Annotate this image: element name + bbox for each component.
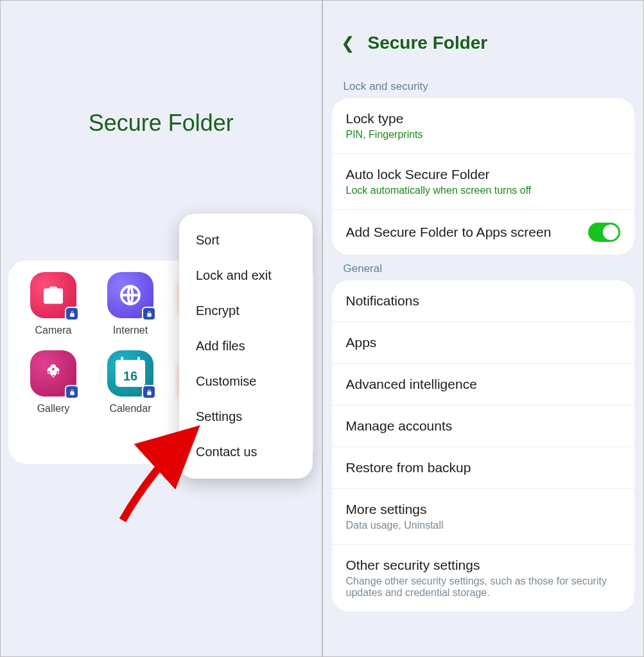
menu-item-sort[interactable]: Sort xyxy=(179,223,313,258)
app-label: Gallery xyxy=(37,403,70,414)
app-label: Calendar xyxy=(110,403,152,414)
app-label: Internet xyxy=(113,325,148,336)
row-apps[interactable]: Apps xyxy=(332,322,635,364)
menu-item-settings[interactable]: Settings xyxy=(179,399,313,434)
app-calendar[interactable]: 16 Calendar xyxy=(92,350,169,414)
row-title: Lock type xyxy=(346,111,621,126)
gallery-icon xyxy=(30,350,76,397)
header: ❮ Secure Folder xyxy=(323,1,644,73)
row-title: Apps xyxy=(346,335,621,350)
page-title: Secure Folder xyxy=(368,33,488,53)
row-title: Add Secure Folder to Apps screen xyxy=(346,225,589,240)
card-lock-security: Lock type PIN, Fingerprints Auto lock Se… xyxy=(332,98,635,255)
lock-badge-icon xyxy=(65,385,79,399)
screen-secure-folder-home: Secure Folder Camera Internet xyxy=(0,0,322,657)
row-add-to-apps-screen[interactable]: Add Secure Folder to Apps screen xyxy=(332,210,635,255)
row-sub: PIN, Fingerprints xyxy=(346,129,621,141)
row-more-settings[interactable]: More settings Data usage, Uninstall xyxy=(332,489,635,545)
card-general: Notifications Apps Advanced intelligence… xyxy=(332,280,635,611)
section-label-lock: Lock and security xyxy=(323,73,644,98)
internet-icon xyxy=(107,272,153,318)
menu-item-customise[interactable]: Customise xyxy=(179,364,313,399)
lock-badge-icon xyxy=(142,307,156,321)
row-title: Notifications xyxy=(346,293,621,309)
row-title: Other security settings xyxy=(346,558,621,573)
row-sub: Change other security settings, such as … xyxy=(346,576,621,599)
row-title: Restore from backup xyxy=(346,460,621,475)
row-restore-backup[interactable]: Restore from backup xyxy=(332,447,635,489)
row-sub: Data usage, Uninstall xyxy=(346,520,621,531)
app-gallery[interactable]: Gallery xyxy=(15,350,92,414)
row-title: Manage accounts xyxy=(346,418,621,434)
row-advanced-intelligence[interactable]: Advanced intelligence xyxy=(332,364,635,405)
toggle-add-to-apps[interactable] xyxy=(588,223,620,242)
row-lock-type[interactable]: Lock type PIN, Fingerprints xyxy=(332,98,635,154)
row-title: More settings xyxy=(346,502,621,517)
menu-item-lock-and-exit[interactable]: Lock and exit xyxy=(179,258,313,293)
calendar-icon: 16 xyxy=(107,350,153,397)
context-menu: Sort Lock and exit Encrypt Add files Cus… xyxy=(179,214,313,479)
lock-badge-icon xyxy=(142,385,156,399)
lock-badge-icon xyxy=(65,307,79,321)
menu-item-encrypt[interactable]: Encrypt xyxy=(179,293,313,328)
row-auto-lock[interactable]: Auto lock Secure Folder Lock automatical… xyxy=(332,154,635,210)
menu-item-contact-us[interactable]: Contact us xyxy=(179,434,313,470)
section-label-general: General xyxy=(323,255,644,280)
camera-icon xyxy=(30,272,76,318)
calendar-day: 16 xyxy=(116,365,145,387)
row-manage-accounts[interactable]: Manage accounts xyxy=(332,405,635,447)
row-sub: Lock automatically when screen turns off xyxy=(346,185,621,196)
app-camera[interactable]: Camera xyxy=(15,272,92,336)
row-notifications[interactable]: Notifications xyxy=(332,280,635,322)
app-internet[interactable]: Internet xyxy=(92,272,169,336)
row-title: Advanced intelligence xyxy=(346,377,621,392)
screen-secure-folder-settings: ❮ Secure Folder Lock and security Lock t… xyxy=(322,0,645,657)
row-other-security-settings[interactable]: Other security settings Change other sec… xyxy=(332,545,635,611)
app-label: Camera xyxy=(35,325,72,336)
row-title: Auto lock Secure Folder xyxy=(346,167,621,182)
back-icon[interactable]: ❮ xyxy=(341,33,355,53)
menu-item-add-files[interactable]: Add files xyxy=(179,328,313,364)
page-title: Secure Folder xyxy=(1,110,322,137)
